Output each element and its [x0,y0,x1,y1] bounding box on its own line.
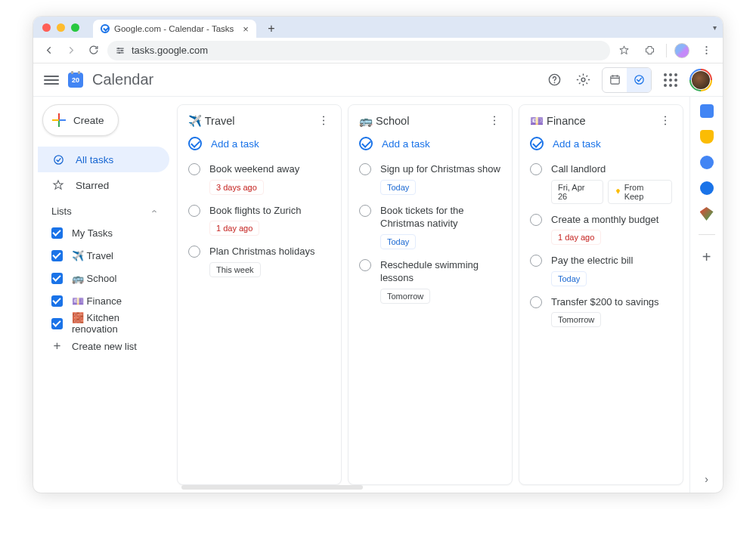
tab-strip: Google.com - Calendar - Tasks × + ▾ [33,17,723,38]
reload-button[interactable] [85,42,103,60]
tasks-favicon-icon [101,24,110,33]
nav-label: Starred [76,180,109,191]
window-controls [33,23,88,32]
checkbox-icon[interactable] [51,227,63,239]
task-row[interactable]: Sign up for Christmas show Today [353,158,507,199]
nav-all-tasks[interactable]: All tasks [38,147,169,172]
task-checkbox[interactable] [530,296,542,308]
horizontal-scrollbar[interactable] [181,485,363,490]
task-checkbox[interactable] [359,259,371,271]
main-menu-button[interactable] [44,76,59,85]
calendar-view-button[interactable] [603,68,627,92]
list-item-my-tasks[interactable]: My Tasks [38,221,169,244]
task-row[interactable]: Call landlord Fri, Apr 26 From Keep [524,158,678,209]
column-school: 🚌 School ⋯ Add a task Sign up for Christ… [348,104,513,485]
forward-button[interactable] [62,42,80,60]
due-chip[interactable]: 3 days ago [209,180,264,195]
task-row[interactable]: Book weekend away 3 days ago [182,158,336,199]
due-chip[interactable]: Today [380,180,416,195]
task-checkbox[interactable] [359,205,371,217]
due-chip[interactable]: Tomorrow [551,312,601,327]
svg-point-0 [118,47,119,48]
task-checkbox[interactable] [188,163,200,175]
due-chip[interactable]: 1 day ago [551,230,601,245]
list-item-kitchen[interactable]: 🧱 Kitchen renovation [38,312,169,335]
main-area: Create All tasks Starred Lists My [33,97,723,493]
support-icon[interactable] [544,70,564,90]
task-checkbox[interactable] [188,205,200,217]
browser-menu-icon[interactable] [697,42,715,60]
list-item-travel[interactable]: ✈️ Travel [38,244,169,267]
add-task-button[interactable]: Add a task [353,134,507,158]
create-new-list[interactable]: + Create new list [38,335,169,357]
maps-addon-icon[interactable] [700,207,714,221]
back-button[interactable] [39,42,57,60]
contacts-addon-icon[interactable] [700,181,714,195]
task-columns: ✈️ Travel ⋯ Add a task Book weekend away… [174,97,689,493]
task-row[interactable]: Reschedule swimming lessons Tomorrow [353,254,507,308]
bookmark-icon[interactable] [615,42,633,60]
checkbox-icon[interactable] [51,295,63,307]
get-addons-icon[interactable]: + [702,249,711,266]
task-row[interactable]: Book flights to Zurich 1 day ago [182,199,336,241]
profile-avatar[interactable] [674,43,689,58]
due-chip[interactable]: 1 day ago [209,221,259,236]
add-task-button[interactable]: Add a task [182,134,336,158]
task-row[interactable]: Create a monthly budget 1 day ago [524,209,678,250]
list-item-school[interactable]: 🚌 School [38,267,169,289]
lists-header[interactable]: Lists [38,198,169,221]
browser-tab[interactable]: Google.com - Calendar - Tasks × [93,20,256,38]
column-title: ✈️ Travel [188,115,235,128]
task-row[interactable]: Book tickets for the Christmas nativity … [353,199,507,254]
task-title: Plan Christmas holidays [209,245,314,258]
due-chip[interactable]: Today [380,234,416,249]
svg-rect-9 [610,76,618,85]
column-menu-icon[interactable]: ⋯ [488,115,502,127]
task-title: Reschedule swimming lessons [380,258,501,285]
nav-starred[interactable]: Starred [38,172,169,198]
task-checkbox[interactable] [530,255,542,267]
minimize-window[interactable] [57,23,65,32]
calendar-addon-icon[interactable] [700,104,714,118]
source-chip[interactable]: From Keep [608,180,672,204]
due-chip[interactable]: Tomorrow [380,289,430,304]
checkbox-icon[interactable] [51,318,63,329]
column-menu-icon[interactable]: ⋯ [659,115,673,127]
close-tab-icon[interactable]: × [243,23,249,35]
due-chip[interactable]: This week [209,262,261,277]
nav-label: All tasks [76,154,113,165]
site-info-icon[interactable] [115,45,125,56]
list-item-finance[interactable]: 💷 Finance [38,289,169,312]
close-window[interactable] [42,23,51,32]
task-row[interactable]: Transfer $200 to savings Tomorrow [524,291,678,332]
create-label: Create [73,115,104,126]
google-apps-icon[interactable] [661,70,680,90]
task-checkbox[interactable] [188,246,200,258]
tasks-view-button[interactable] [627,68,651,92]
checkbox-icon[interactable] [51,273,63,284]
extensions-icon[interactable] [640,42,658,60]
account-avatar[interactable] [689,69,712,91]
due-chip[interactable]: Fri, Apr 26 [551,180,603,204]
task-row[interactable]: Plan Christmas holidays This week [182,240,336,282]
tasks-addon-icon[interactable] [700,156,714,169]
settings-icon[interactable] [573,70,593,90]
collapse-panel-icon[interactable]: › [705,473,708,493]
task-checkbox[interactable] [530,163,542,175]
keep-addon-icon[interactable] [700,130,714,144]
omnibox[interactable]: tasks.google.com [107,41,610,60]
maximize-window[interactable] [71,23,79,32]
task-checkbox[interactable] [359,163,371,175]
tab-overflow-icon[interactable]: ▾ [713,23,717,32]
task-checkbox[interactable] [530,214,542,226]
create-button[interactable]: Create [42,104,119,136]
checkbox-icon[interactable] [51,250,63,261]
task-row[interactable]: Pay the electric bill Today [524,249,678,291]
url-text: tasks.google.com [132,45,208,56]
new-tab-button[interactable]: + [262,20,280,38]
add-task-button[interactable]: Add a task [524,134,678,158]
separator [699,234,715,235]
column-title: 💷 Finance [530,115,586,128]
column-menu-icon[interactable]: ⋯ [318,115,331,127]
due-chip[interactable]: Today [551,271,587,286]
